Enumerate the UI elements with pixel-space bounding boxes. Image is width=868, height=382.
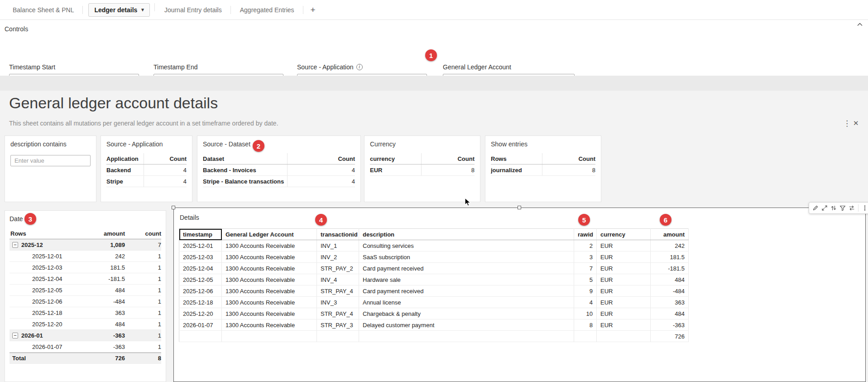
details-cell[interactable]: INV_2 xyxy=(317,251,359,263)
filter-list-row[interactable]: Stripe4 xyxy=(106,176,187,187)
details-cell[interactable]: EUR xyxy=(597,297,651,308)
details-cell[interactable]: -363 xyxy=(651,319,689,331)
details-cell[interactable]: 5 xyxy=(574,274,597,285)
details-cell[interactable]: SaaS subscription xyxy=(359,251,574,263)
details-cell[interactable]: -484 xyxy=(651,285,689,297)
details-cell[interactable]: 2025-12-06 xyxy=(179,285,222,297)
add-tab-button[interactable]: + xyxy=(303,0,323,20)
details-cell[interactable]: 242 xyxy=(651,240,689,251)
details-cell[interactable]: 2025-12-18 xyxy=(179,297,222,308)
sheet-options-menu-icon[interactable]: ⋮ xyxy=(843,119,851,128)
details-cell[interactable]: INV_1 xyxy=(317,240,359,251)
date-leaf-row[interactable]: 2025-12-03181.51 xyxy=(10,262,161,273)
column-header-amount[interactable]: amount xyxy=(651,229,689,240)
details-row[interactable]: 2026-01-071300 Accounts ReceivableSTR_PA… xyxy=(179,319,689,331)
collapse-controls-button[interactable] xyxy=(855,20,865,30)
details-cell[interactable]: 10 xyxy=(574,308,597,319)
details-row[interactable]: 2025-12-061300 Accounts ReceivableSTR_PA… xyxy=(179,285,689,297)
details-cell[interactable]: 2 xyxy=(574,240,597,251)
tab-journal-entry-details[interactable]: Journal Entry details xyxy=(155,0,231,20)
details-cell[interactable]: Card payment received xyxy=(359,263,574,274)
collapse-minus-icon[interactable]: − xyxy=(12,333,18,338)
details-cell[interactable]: 2025-12-20 xyxy=(179,308,222,319)
details-cell[interactable]: Chargeback & penalty xyxy=(359,308,574,319)
date-leaf-row[interactable]: 2025-12-06-4841 xyxy=(10,296,161,307)
filter-list-row[interactable]: EUR8 xyxy=(370,164,475,176)
details-row[interactable]: 2025-12-181300 Accounts ReceivableINV_3A… xyxy=(179,297,689,308)
swap-icon[interactable] xyxy=(848,204,856,212)
details-cell[interactable]: 9 xyxy=(574,285,597,297)
date-leaf-row[interactable]: 2025-12-054841 xyxy=(10,285,161,296)
details-cell[interactable]: EUR xyxy=(597,251,651,263)
details-cell[interactable]: 1300 Accounts Receivable xyxy=(222,308,317,319)
column-header-rawid[interactable]: rawid xyxy=(574,229,597,240)
details-row[interactable]: 2025-12-041300 Accounts ReceivableSTR_PA… xyxy=(179,263,689,274)
details-cell[interactable]: Hardware sale xyxy=(359,274,574,285)
collapse-minus-icon[interactable]: − xyxy=(12,242,18,248)
details-row[interactable]: 2025-12-031300 Accounts ReceivableINV_2S… xyxy=(179,251,689,263)
details-cell[interactable]: Delayed customer payment xyxy=(359,319,574,331)
column-header-transactionid[interactable]: transactionid xyxy=(317,229,359,240)
details-cell[interactable]: EUR xyxy=(597,319,651,331)
details-cell[interactable]: 1300 Accounts Receivable xyxy=(222,240,317,251)
tab-aggregated-entries[interactable]: Aggregated Entries xyxy=(231,0,303,20)
details-cell[interactable]: 1300 Accounts Receivable xyxy=(222,263,317,274)
details-row[interactable]: 2025-12-011300 Accounts ReceivableINV_1C… xyxy=(179,240,689,251)
details-cell[interactable]: 1300 Accounts Receivable xyxy=(222,297,317,308)
details-cell[interactable]: 4 xyxy=(574,297,597,308)
details-cell[interactable]: EUR xyxy=(597,263,651,274)
fullscreen-icon[interactable] xyxy=(820,204,829,212)
close-icon[interactable]: ✕ xyxy=(853,119,859,127)
more-menu-icon[interactable] xyxy=(861,204,868,212)
filter-list-row[interactable]: Backend4 xyxy=(106,164,187,176)
details-cell[interactable]: 363 xyxy=(651,297,689,308)
details-cell[interactable]: 2025-12-04 xyxy=(179,263,222,274)
filter-icon[interactable] xyxy=(839,204,847,212)
details-cell[interactable]: 7 xyxy=(574,263,597,274)
details-cell[interactable]: 2025-12-01 xyxy=(179,240,222,251)
details-cell[interactable]: INV_4 xyxy=(317,274,359,285)
details-cell[interactable]: EUR xyxy=(597,308,651,319)
column-header-description[interactable]: description xyxy=(359,229,574,240)
selection-handle-top-left[interactable] xyxy=(172,206,175,209)
filter-list-row[interactable]: Stripe - Balance transactions4 xyxy=(203,176,355,187)
date-leaf-row[interactable]: 2025-12-012421 xyxy=(10,251,161,262)
details-cell[interactable]: STR_PAY_3 xyxy=(317,319,359,331)
details-cell[interactable]: 2025-12-03 xyxy=(179,251,222,263)
date-leaf-row[interactable]: 2026-01-07-3631 xyxy=(10,341,161,353)
details-cell[interactable]: 484 xyxy=(651,308,689,319)
tab-ledger-details[interactable]: Ledger details ▾ xyxy=(88,3,149,17)
details-cell[interactable]: EUR xyxy=(597,274,651,285)
details-cell[interactable]: 1300 Accounts Receivable xyxy=(222,251,317,263)
details-cell[interactable]: 484 xyxy=(651,274,689,285)
description-filter-input[interactable] xyxy=(10,155,91,166)
filter-list-row[interactable]: Backend - Invoices4 xyxy=(203,164,355,176)
details-cell[interactable]: EUR xyxy=(597,240,651,251)
details-cell[interactable]: Annual license xyxy=(359,297,574,308)
details-cell[interactable]: 2025-12-05 xyxy=(179,274,222,285)
details-cell[interactable]: Card payment received xyxy=(359,285,574,297)
date-leaf-row[interactable]: 2025-12-183631 xyxy=(10,307,161,319)
details-cell[interactable]: 2026-01-07 xyxy=(179,319,222,331)
details-cell[interactable]: INV_3 xyxy=(317,297,359,308)
selection-handle-top-center[interactable] xyxy=(518,206,521,209)
tab-balance-sheet-pnl[interactable]: Balance Sheet & PNL xyxy=(4,0,83,20)
edit-icon[interactable] xyxy=(811,204,820,212)
details-cell[interactable]: 1300 Accounts Receivable xyxy=(222,274,317,285)
details-row[interactable]: 2025-12-051300 Accounts ReceivableINV_4H… xyxy=(179,274,689,285)
column-header-currency[interactable]: currency xyxy=(597,229,651,240)
column-header-timestamp[interactable]: timestamp xyxy=(179,229,222,240)
details-cell[interactable]: 1300 Accounts Receivable xyxy=(222,285,317,297)
details-cell[interactable]: -181.5 xyxy=(651,263,689,274)
sort-icon[interactable] xyxy=(830,204,838,212)
info-icon[interactable]: i xyxy=(356,64,363,70)
details-cell[interactable]: EUR xyxy=(597,285,651,297)
column-header-general-ledger-account[interactable]: General Ledger Account xyxy=(222,229,317,240)
details-cell[interactable]: Consulting services xyxy=(359,240,574,251)
date-leaf-row[interactable]: 2025-12-04-181.51 xyxy=(10,273,161,285)
details-cell[interactable]: STR_PAY_4 xyxy=(317,308,359,319)
details-cell[interactable]: 181.5 xyxy=(651,251,689,263)
details-cell[interactable]: STR_PAY_4 xyxy=(317,285,359,297)
date-leaf-row[interactable]: 2025-12-204841 xyxy=(10,319,161,330)
date-group-row[interactable]: −2026-01-3631 xyxy=(10,330,161,341)
